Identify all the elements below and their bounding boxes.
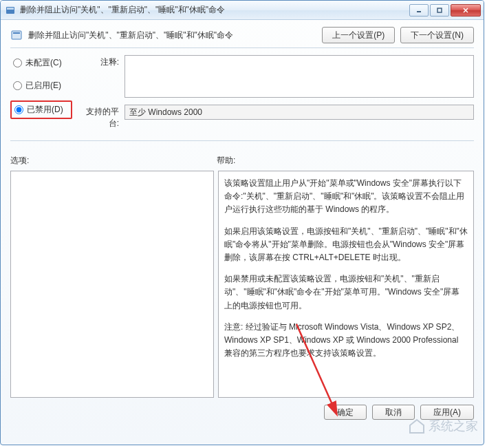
svg-rect-6 (12, 31, 21, 39)
watermark-text: 系统之家 (429, 418, 478, 434)
radio-not-configured-input[interactable] (13, 58, 22, 67)
platform-row: 支持的平台: 至少 Windows 2000 (78, 105, 474, 129)
next-setting-button[interactable]: 下一个设置(N) (400, 27, 474, 43)
radio-enabled-label: 已启用(E) (25, 80, 61, 92)
radio-disabled-input[interactable] (14, 105, 23, 114)
form-section: 未配置(C) 已启用(E) 已禁用(D) 注释: (10, 55, 474, 136)
app-icon (5, 5, 16, 16)
content-area: 删除并阻止访问"关机"、"重新启动"、"睡眠"和"休眠"命令 上一个设置(P) … (1, 20, 484, 429)
help-paragraph-4: 注意: 经过验证与 Microsoft Windows Vista、Window… (224, 321, 468, 361)
titlebar[interactable]: 删除并阻止访问"关机"、"重新启动"、"睡眠"和"休眠"命令 (1, 1, 484, 20)
policy-editor-window: 删除并阻止访问"关机"、"重新启动"、"睡眠"和"休眠"命令 删除并阻止访问"关… (0, 0, 484, 445)
close-button[interactable] (451, 4, 481, 17)
help-label: 帮助: (217, 155, 235, 167)
svg-rect-1 (7, 8, 14, 10)
fields-column: 注释: 支持的平台: 至少 Windows 2000 (78, 55, 474, 136)
help-panel[interactable]: 该策略设置阻止用户从"开始"菜单或"Windows 安全"屏幕执行以下命令:"关… (218, 171, 474, 398)
maximize-button[interactable] (430, 4, 449, 17)
window-title: 删除并阻止访问"关机"、"重新启动"、"睡眠"和"休眠"命令 (20, 4, 409, 16)
policy-icon (10, 29, 23, 41)
comment-row: 注释: (78, 55, 474, 98)
radio-not-configured[interactable]: 未配置(C) (10, 55, 72, 71)
policy-state-radio-group: 未配置(C) 已启用(E) 已禁用(D) (10, 55, 72, 119)
svg-rect-7 (13, 32, 20, 34)
help-paragraph-2: 如果启用该策略设置，电源按钮和"关机"、"重新启动"、"睡眠"和"休眠"命令将从… (224, 225, 468, 265)
radio-enabled-input[interactable] (13, 81, 22, 90)
comment-input[interactable] (125, 55, 474, 98)
panels: 该策略设置阻止用户从"开始"菜单或"Windows 安全"屏幕执行以下命令:"关… (10, 171, 474, 398)
ok-button[interactable]: 确定 (324, 405, 367, 420)
platform-value: 至少 Windows 2000 (125, 105, 474, 120)
divider-2 (10, 140, 474, 141)
bottom-buttons: 确定 取消 应用(A) (10, 405, 474, 420)
comment-label: 注释: (78, 55, 119, 68)
previous-setting-button[interactable]: 上一个设置(P) (322, 27, 395, 43)
section-labels: 选项: 帮助: (10, 155, 474, 167)
watermark: 系统之家 (408, 417, 478, 435)
platform-label: 支持的平台: (78, 105, 119, 129)
options-label: 选项: (10, 155, 217, 167)
help-paragraph-1: 该策略设置阻止用户从"开始"菜单或"Windows 安全"屏幕执行以下命令:"关… (224, 177, 468, 217)
svg-rect-3 (437, 8, 442, 12)
policy-title: 删除并阻止访问"关机"、"重新启动"、"睡眠"和"休眠"命令 (28, 30, 316, 41)
radio-column: 未配置(C) 已启用(E) 已禁用(D) (10, 55, 72, 136)
window-controls (409, 4, 481, 17)
radio-enabled[interactable]: 已启用(E) (10, 78, 72, 94)
help-paragraph-3: 如果禁用或未配置该策略设置，电源按钮和"关机"、"重新启动"、"睡眠"和"休眠"… (224, 273, 468, 312)
radio-disabled-label: 已禁用(D) (27, 104, 63, 116)
options-panel[interactable] (10, 171, 214, 398)
header-row: 删除并阻止访问"关机"、"重新启动"、"睡眠"和"休眠"命令 上一个设置(P) … (10, 27, 474, 43)
divider (10, 47, 474, 48)
radio-not-configured-label: 未配置(C) (25, 57, 62, 69)
radio-disabled[interactable]: 已禁用(D) (10, 100, 72, 119)
minimize-button[interactable] (409, 4, 429, 17)
